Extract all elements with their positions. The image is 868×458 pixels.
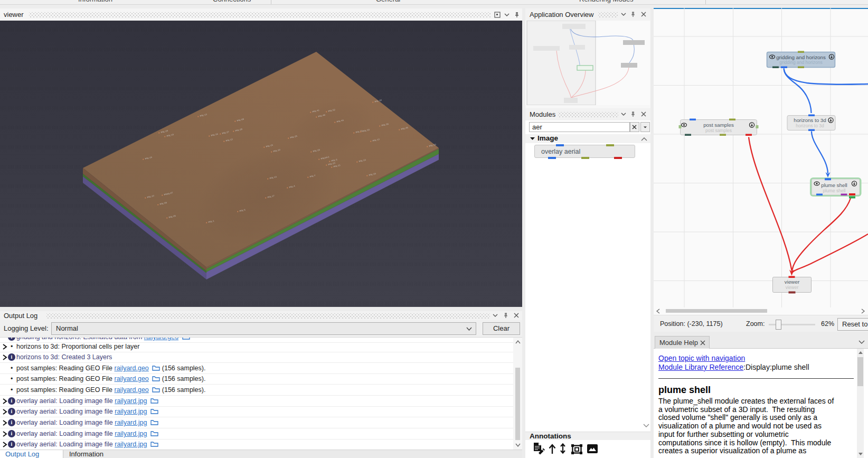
svg-text:plume shell: plume shell: [821, 182, 847, 188]
svg-text:gridding and horizons: gridding and horizons: [779, 60, 822, 65]
svg-text:post samples: post samples: [703, 122, 734, 128]
svg-text:horizons to 3d: horizons to 3d: [796, 123, 824, 128]
svg-text:viewer: viewer: [786, 285, 799, 290]
svg-text:plume shell: plume shell: [823, 188, 846, 193]
svg-text:horizons to 3d: horizons to 3d: [794, 117, 826, 123]
svg-text:post samples: post samples: [705, 128, 732, 133]
svg-text:viewer: viewer: [785, 279, 800, 285]
